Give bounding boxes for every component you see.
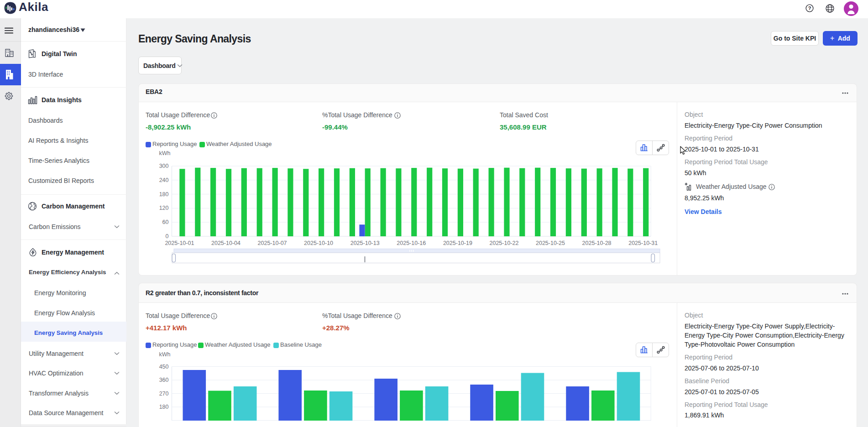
svg-text:kWh: kWh (159, 351, 171, 358)
svg-text:2025-10-01: 2025-10-01 (165, 240, 194, 246)
svg-text:0: 0 (166, 233, 169, 240)
svg-text:2025-10-25: 2025-10-25 (536, 240, 565, 246)
svg-text:?: ? (808, 5, 811, 11)
svg-text:120: 120 (159, 205, 169, 211)
svg-text:2025-10-10: 2025-10-10 (304, 240, 333, 246)
svg-text:2025-10-16: 2025-10-16 (397, 240, 426, 246)
svg-text:2025-10-07: 2025-10-07 (258, 240, 287, 246)
svg-text:240: 240 (159, 177, 169, 183)
svg-text:180: 180 (159, 404, 169, 410)
svg-text:2025-10-28: 2025-10-28 (582, 240, 612, 246)
svg-text:2025-10-19: 2025-10-19 (443, 240, 472, 246)
svg-text:270: 270 (159, 391, 169, 397)
svg-text:300: 300 (159, 163, 169, 169)
svg-text:360: 360 (159, 377, 169, 383)
svg-text:60: 60 (162, 219, 169, 225)
svg-text:kWh: kWh (159, 150, 171, 156)
svg-text:180: 180 (159, 191, 169, 198)
svg-text:2025-10-04: 2025-10-04 (211, 240, 241, 246)
svg-text:2025-10-13: 2025-10-13 (350, 240, 380, 246)
svg-text:2025-10-22: 2025-10-22 (490, 240, 519, 246)
svg-text:450: 450 (159, 364, 169, 370)
svg-text:2025-10-31: 2025-10-31 (628, 240, 658, 246)
